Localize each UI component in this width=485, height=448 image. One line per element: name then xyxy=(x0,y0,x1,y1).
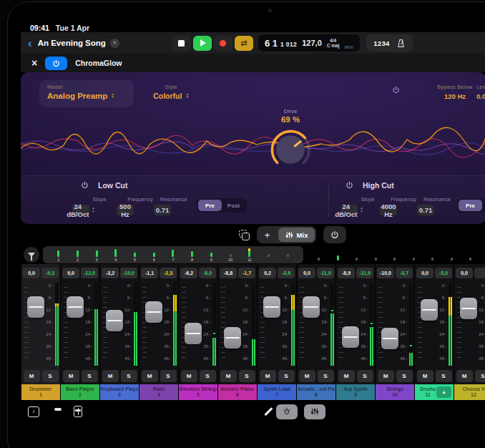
count-in-button[interactable]: 1234 xyxy=(373,39,389,47)
track-label[interactable]: Bass Player2 xyxy=(61,384,99,400)
solo-button[interactable]: S xyxy=(160,370,177,382)
bypass-below-control[interactable]: Bypass Below 120 Hz xyxy=(420,84,485,100)
cycle-button[interactable]: ⇄ xyxy=(235,36,253,51)
chevron-up-icon[interactable]: ▲ xyxy=(436,386,451,398)
bypass-power-icon[interactable] xyxy=(392,86,400,94)
channel-strip-10[interactable]: -10,0-3,7061218243545MSStrings10 xyxy=(376,264,414,400)
mute-button[interactable]: M xyxy=(142,370,158,382)
plugins-icon[interactable] xyxy=(52,407,62,417)
low-cut-resonance[interactable]: Resonance 0.71 xyxy=(154,196,194,215)
channel-strip-4[interactable]: -1,1-2,3061218243545MSPads4 xyxy=(139,264,178,400)
fader-handle[interactable] xyxy=(185,323,202,344)
channel-strip-5[interactable]: -6,2-8,0061218243545MSEmotion Strings5 xyxy=(179,264,217,400)
mute-button[interactable]: M xyxy=(260,370,276,382)
high-cut-resonance[interactable]: Resonance 0.71 xyxy=(417,196,457,215)
fader-handle[interactable] xyxy=(342,326,359,348)
knob-view-button[interactable] xyxy=(276,404,298,419)
record-button[interactable] xyxy=(214,36,232,51)
track-label[interactable]: Electric Piano6 xyxy=(218,384,257,400)
play-button[interactable] xyxy=(193,36,212,51)
back-chevron-icon[interactable]: ‹ xyxy=(28,37,32,49)
fader-handle[interactable] xyxy=(67,296,84,318)
solo-button[interactable]: S xyxy=(475,370,485,382)
fader-handle[interactable] xyxy=(460,298,477,319)
offscreen-tracks-meters[interactable] xyxy=(303,250,485,260)
fader-handle[interactable] xyxy=(303,296,320,318)
lcd-display[interactable]: 6 1 1 012 127,0 4/4 C maj MIDI xyxy=(258,34,360,52)
track-label[interactable]: Keyboard Player3 xyxy=(100,384,139,400)
channel-strip-1[interactable]: 0,0-9,3061218243545MSDrummer1 xyxy=(21,264,60,400)
pencil-icon[interactable] xyxy=(264,407,273,416)
solo-button[interactable]: S xyxy=(396,370,413,382)
solo-button[interactable]: S xyxy=(82,370,98,382)
mute-button[interactable]: M xyxy=(102,370,119,382)
post-segment[interactable]: Post xyxy=(222,200,245,211)
copy-strip-button[interactable] xyxy=(239,230,250,240)
solo-button[interactable]: S xyxy=(436,370,452,382)
fader-handle[interactable] xyxy=(145,301,162,323)
solo-button[interactable]: S xyxy=(357,370,373,382)
fader-handle[interactable] xyxy=(421,299,438,321)
loop-browser-icon[interactable]: ♪ xyxy=(28,406,39,417)
post-segment[interactable]: Post xyxy=(482,200,485,211)
level-control[interactable]: Level 0.0 xyxy=(476,84,485,100)
channel-strip-6[interactable]: -8,8-1,7061218243545MSElectric Piano6 xyxy=(218,264,257,400)
filter-button[interactable] xyxy=(24,247,39,263)
mute-button[interactable]: M xyxy=(456,370,473,382)
channel-strip-12[interactable]: 0,0061218243545MSChorus V12 xyxy=(454,264,485,400)
fader-handle[interactable] xyxy=(381,328,398,349)
solo-button[interactable]: S xyxy=(121,370,137,382)
drive-knob[interactable] xyxy=(266,125,315,174)
low-cut-power-icon[interactable] xyxy=(81,181,89,189)
mute-button[interactable]: M xyxy=(338,370,355,382)
channel-strip-2[interactable]: 0,0-12,0061218243545MSBass Player2 xyxy=(61,264,99,400)
close-icon[interactable]: × xyxy=(31,58,37,68)
solo-button[interactable]: S xyxy=(42,370,59,382)
fader-handle[interactable] xyxy=(263,296,280,318)
track-label[interactable]: Drums11▲ xyxy=(415,384,454,400)
faders-view-button[interactable] xyxy=(304,404,325,419)
mix-button[interactable]: Mix xyxy=(278,228,315,242)
style-selector[interactable]: Style Colorful ▲▼ xyxy=(139,84,203,100)
song-title-dropdown[interactable]: ▾ xyxy=(110,39,119,48)
mute-button[interactable]: M xyxy=(378,370,394,382)
channel-strip-icon[interactable] xyxy=(74,406,82,417)
mixer-power-button[interactable] xyxy=(323,226,346,243)
track-label[interactable]: Arp Synth9 xyxy=(336,384,375,400)
track-label[interactable]: Arcade…eet Pad8 xyxy=(297,384,335,400)
stop-button[interactable] xyxy=(172,36,191,51)
fader-handle[interactable] xyxy=(224,327,241,349)
solo-button[interactable]: S xyxy=(200,370,216,382)
channel-strip-7[interactable]: 0,2-3,9061218243545MSSynth Lead7 xyxy=(258,264,296,400)
mute-button[interactable]: M xyxy=(299,370,315,382)
track-label[interactable]: Emotion Strings5 xyxy=(179,384,217,400)
channel-strip-11[interactable]: 0,0-5,0061218243545MSDrums11▲ xyxy=(415,264,454,400)
mute-button[interactable]: M xyxy=(181,370,197,382)
song-title[interactable]: An Evening Song xyxy=(38,39,106,47)
model-selector[interactable]: Model Analog Preamp ▲▼ xyxy=(39,80,134,107)
channel-strip-9[interactable]: -8,9-11,9061218243545MSArp Synth9 xyxy=(336,264,375,400)
solo-button[interactable]: S xyxy=(239,370,255,382)
high-cut-power-icon[interactable] xyxy=(346,181,353,189)
visible-tracks-range[interactable]: 1234567891011 xyxy=(43,246,303,263)
pre-segment[interactable]: Pre xyxy=(459,200,482,211)
fader-handle[interactable] xyxy=(106,310,123,331)
solo-button[interactable]: S xyxy=(278,370,295,382)
mute-button[interactable]: M xyxy=(417,370,433,382)
plugin-power-button[interactable] xyxy=(45,57,67,70)
track-label[interactable]: Chorus V12 xyxy=(454,384,485,400)
track-label[interactable]: Synth Lead7 xyxy=(258,384,296,400)
pre-segment[interactable]: Pre xyxy=(198,200,222,211)
fader-handle[interactable] xyxy=(27,296,44,318)
track-label[interactable]: Drummer1 xyxy=(21,384,60,400)
mute-button[interactable]: M xyxy=(220,370,237,382)
track-label[interactable]: Pads4 xyxy=(139,384,178,400)
mute-button[interactable]: M xyxy=(63,370,79,382)
add-button[interactable]: + xyxy=(258,228,277,242)
channel-strip-3[interactable]: -3,2-10,0061218243545MSKeyboard Player3 xyxy=(100,264,139,400)
track-label[interactable]: Strings10 xyxy=(376,384,414,400)
mute-button[interactable]: M xyxy=(24,370,40,382)
channel-strip-8[interactable]: 0,0-11,0061218243545MSArcade…eet Pad8 xyxy=(297,264,335,400)
metronome-icon[interactable] xyxy=(396,39,406,48)
solo-button[interactable]: S xyxy=(318,370,334,382)
